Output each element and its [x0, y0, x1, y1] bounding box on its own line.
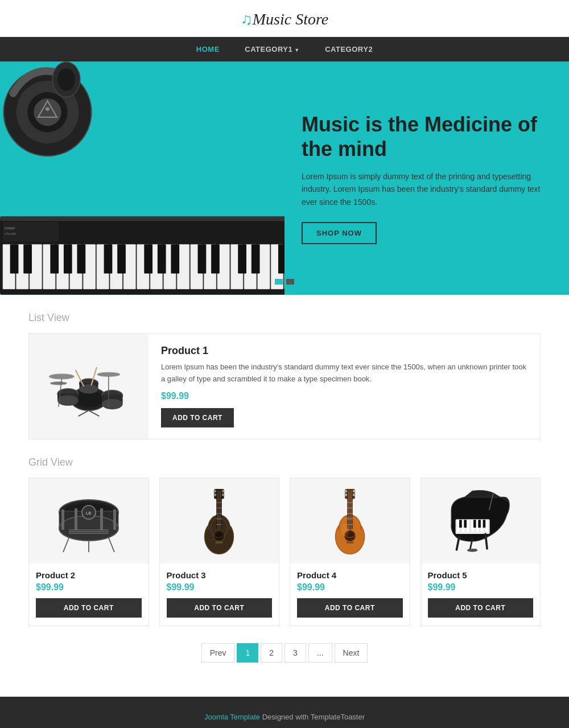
- svg-rect-42: [198, 245, 207, 274]
- product5-add-to-cart[interactable]: ADD TO CART: [428, 598, 534, 618]
- prev-page-button[interactable]: Prev: [201, 643, 235, 663]
- svg-rect-35: [64, 245, 72, 274]
- product2-card: LB Product 2 $99.99 ADD TO CART: [28, 478, 149, 626]
- site-logo[interactable]: ♫Music Store: [0, 10, 569, 28]
- svg-point-63: [50, 382, 67, 385]
- svg-rect-74: [61, 509, 64, 530]
- svg-rect-9: [0, 217, 284, 221]
- svg-line-143: [457, 536, 460, 549]
- footer-text: Designed with TemplateToaster: [262, 713, 365, 721]
- product5-card: Product 5 $99.99 ADD TO CART: [420, 478, 541, 626]
- site-footer: Joomla Template Designed with TemplateTo…: [0, 697, 569, 728]
- site-header: ♫Music Store: [0, 0, 569, 37]
- product3-add-to-cart[interactable]: ADD TO CART: [167, 598, 273, 618]
- drum-kit-svg: [43, 355, 134, 417]
- page-3-button[interactable]: 3: [284, 643, 306, 663]
- svg-point-101: [222, 493, 225, 496]
- svg-point-100: [222, 490, 225, 492]
- product1-name: Product 1: [161, 345, 527, 357]
- headphones-image: [0, 61, 119, 168]
- nav-category1-wrapper: CATEGORY1: [233, 37, 311, 61]
- hero-content: Music is the Medicine of the mind Lorem …: [284, 112, 569, 245]
- svg-point-60: [102, 399, 123, 409]
- main-nav: HOME CATEGORY1 CATEGORY2: [0, 37, 569, 61]
- product4-name: Product 4: [290, 570, 410, 580]
- svg-point-120: [344, 493, 347, 496]
- dark-guitar-svg: [182, 487, 256, 555]
- svg-point-99: [214, 493, 217, 496]
- svg-rect-37: [104, 245, 113, 274]
- svg-rect-138: [459, 520, 462, 528]
- product1-add-to-cart[interactable]: ADD TO CART: [161, 408, 234, 427]
- svg-rect-148: [473, 549, 477, 551]
- svg-point-54: [57, 396, 79, 406]
- svg-rect-32: [10, 245, 19, 274]
- hero-dot-1[interactable]: [275, 279, 283, 285]
- svg-rect-45: [251, 245, 260, 274]
- svg-rect-77: [100, 508, 103, 530]
- product4-card: Product 4 $99.99 ADD TO CART: [290, 478, 410, 626]
- svg-point-62: [97, 372, 120, 376]
- product4-add-to-cart[interactable]: ADD TO CART: [297, 598, 403, 618]
- hero-image-area: CASIO CTK-240: [0, 61, 284, 295]
- svg-text:CTK-240: CTK-240: [5, 233, 16, 236]
- svg-rect-133: [466, 520, 469, 532]
- shop-now-button[interactable]: SHOP NOW: [302, 222, 377, 244]
- pagination: Prev 1 2 3 ... Next: [28, 643, 541, 663]
- hero-description: Lorem Ipsum is simply dummy text of the …: [302, 170, 541, 208]
- svg-rect-140: [473, 520, 476, 528]
- next-page-button[interactable]: Next: [335, 643, 368, 663]
- svg-rect-33: [23, 245, 32, 274]
- svg-point-7: [57, 68, 75, 91]
- svg-rect-36: [77, 245, 85, 274]
- product2-price: $99.99: [29, 582, 149, 593]
- svg-point-122: [353, 493, 356, 496]
- svg-point-98: [214, 490, 217, 492]
- svg-rect-75: [113, 509, 116, 530]
- svg-rect-105: [216, 541, 223, 544]
- svg-rect-142: [483, 520, 486, 528]
- nav-category1[interactable]: CATEGORY1: [233, 37, 311, 61]
- svg-rect-44: [238, 245, 246, 274]
- product3-image: [160, 478, 279, 564]
- svg-line-66: [79, 410, 89, 416]
- product1-description: Lorem Ipsum has been the industry's stan…: [161, 361, 527, 385]
- svg-point-121: [353, 490, 356, 492]
- svg-rect-76: [75, 508, 77, 530]
- product5-name: Product 5: [421, 570, 541, 580]
- product2-name: Product 2: [29, 570, 149, 580]
- svg-line-67: [89, 410, 99, 416]
- page-2-button[interactable]: 2: [261, 643, 282, 663]
- product3-card: Product 3 $99.99 ADD TO CART: [159, 478, 280, 626]
- product1-details: Product 1 Lorem Ipsum has been the indus…: [149, 334, 540, 439]
- grid-view: LB Product 2 $99.99 ADD TO CART: [28, 478, 541, 626]
- footer-brand: Joomla Template: [204, 713, 260, 721]
- svg-rect-46: [278, 245, 284, 274]
- hero-section: CASIO CTK-240 Music is the Medicine of t…: [0, 61, 569, 295]
- svg-point-119: [344, 490, 347, 492]
- svg-point-61: [49, 374, 74, 379]
- keyboard-image: CASIO CTK-240: [0, 194, 284, 295]
- snare-drum-svg: LB: [52, 487, 126, 555]
- nav-category2[interactable]: CATEGORY2: [314, 37, 384, 61]
- svg-rect-34: [50, 245, 59, 274]
- list-view-item: Product 1 Lorem Ipsum has been the indus…: [28, 333, 541, 439]
- svg-rect-141: [479, 520, 481, 528]
- page-1-button[interactable]: 1: [237, 643, 258, 663]
- svg-rect-147: [470, 549, 473, 551]
- product3-name: Product 3: [160, 570, 279, 580]
- svg-rect-38: [117, 245, 126, 274]
- hero-dot-2[interactable]: [286, 279, 294, 285]
- logo-note: ♫: [241, 10, 253, 28]
- main-content: List View: [0, 295, 569, 697]
- page-ellipsis: ...: [308, 643, 332, 663]
- product2-add-to-cart[interactable]: ADD TO CART: [36, 598, 142, 618]
- product4-price: $99.99: [290, 582, 410, 593]
- svg-rect-137: [485, 520, 489, 532]
- svg-text:LB: LB: [86, 511, 91, 515]
- logo-text: Music Store: [253, 10, 329, 28]
- svg-point-128: [341, 523, 349, 536]
- svg-rect-139: [464, 520, 467, 528]
- grid-view-label: Grid View: [28, 456, 541, 468]
- nav-home[interactable]: HOME: [185, 37, 231, 61]
